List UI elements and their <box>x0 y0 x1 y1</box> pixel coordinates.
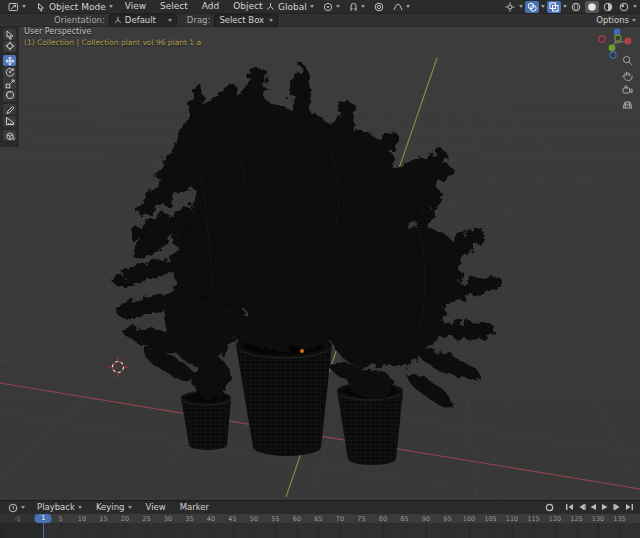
options-label: Options <box>596 15 629 25</box>
frame-tick-label: 65 <box>314 515 322 523</box>
gizmo-axis-z-pos[interactable] <box>614 29 621 36</box>
mode-label: Object Mode <box>49 2 106 12</box>
gizmo-axis-x-pos[interactable] <box>625 38 632 45</box>
timeline-menu-view[interactable]: View <box>140 501 172 514</box>
options-dropdown[interactable]: Options <box>596 14 636 26</box>
play-reverse-button[interactable] <box>588 502 598 512</box>
frame-tick-label: 25 <box>142 515 150 523</box>
orientation-global-label: Global <box>278 2 307 12</box>
chevron-down-icon <box>269 19 273 22</box>
frame-tick-label: 10 <box>78 515 86 523</box>
viewport-nav-controls <box>620 54 634 111</box>
timeline-editor-type[interactable] <box>4 502 29 513</box>
tool-expand-nub <box>12 137 15 140</box>
camera-icon <box>622 85 633 95</box>
select-box-icon <box>5 30 15 40</box>
frame-tick-label: 105 <box>484 515 496 523</box>
tool-select-box[interactable] <box>3 29 16 40</box>
chevron-down-icon[interactable] <box>633 5 637 8</box>
drag-value-dropdown[interactable]: Select Box <box>214 14 278 27</box>
playhead-line[interactable] <box>43 523 44 538</box>
show-overlays-toggle[interactable] <box>525 1 539 13</box>
frame-tick-label: 45 <box>228 515 236 523</box>
gizmo-axis-y-pos[interactable] <box>609 45 616 52</box>
gizmo-axis-z-neg[interactable] <box>610 52 616 58</box>
orientation-label: Orientation: <box>54 15 105 25</box>
show-gizmos-toggle[interactable] <box>503 1 517 13</box>
play-button[interactable] <box>600 502 610 512</box>
pivot-point-dropdown[interactable] <box>319 1 344 12</box>
tool-scale[interactable] <box>3 78 16 89</box>
tool-move[interactable] <box>3 55 16 66</box>
transform-orientation-dropdown[interactable]: Global <box>262 1 318 12</box>
zoom-button[interactable] <box>620 54 634 66</box>
timeline-menu-marker[interactable]: Marker <box>174 501 215 514</box>
auto-keying-toggle[interactable] <box>544 502 554 512</box>
gizmo-axis-x-neg[interactable] <box>599 36 605 42</box>
frame-tick-label: 100 <box>463 515 475 523</box>
editor-type-selector[interactable] <box>4 1 30 12</box>
menu-select[interactable]: Select <box>154 0 194 13</box>
transform-icon <box>5 90 15 100</box>
view-perspective-label: User Perspective <box>24 27 201 36</box>
measure-ruler-icon <box>5 116 15 126</box>
tool-cursor[interactable] <box>3 41 16 52</box>
timeline-canvas[interactable] <box>0 523 640 538</box>
menu-view[interactable]: View <box>119 0 152 13</box>
move-icon <box>5 56 15 66</box>
perspective-toggle-button[interactable] <box>620 99 634 111</box>
tool-annotate[interactable] <box>3 104 16 115</box>
tool-settings-bar: Orientation: Default Drag: Select Box <box>0 14 640 27</box>
viewport-text-overlay: User Perspective (1) Collection | Collec… <box>24 27 201 47</box>
tool-measure[interactable] <box>3 116 16 127</box>
orientation-axes-icon <box>114 16 122 24</box>
orientation-value-dropdown[interactable]: Default <box>109 14 177 27</box>
tool-add-cube[interactable] <box>3 130 16 141</box>
chevron-down-icon <box>22 5 26 8</box>
xray-toggle[interactable] <box>547 1 561 13</box>
chevron-down-icon <box>109 5 113 8</box>
mode-dropdown[interactable]: Object Mode <box>32 1 117 12</box>
object-origin-dot[interactable] <box>300 349 304 353</box>
gizmo-axis-y-neg[interactable] <box>615 35 621 41</box>
pan-button[interactable] <box>620 69 634 81</box>
chevron-down-icon[interactable] <box>519 5 523 8</box>
jump-to-start-button[interactable] <box>564 502 574 512</box>
shading-material-button[interactable] <box>601 1 615 13</box>
viewport-3d[interactable] <box>0 0 640 538</box>
chevron-down-icon <box>21 506 25 509</box>
pot-left[interactable] <box>181 391 231 450</box>
tool-transform[interactable] <box>3 90 16 101</box>
timeline-menu-playback[interactable]: Playback <box>31 501 88 514</box>
playback-label: Playback <box>37 501 75 514</box>
prev-keyframe-button[interactable] <box>576 502 586 512</box>
jump-to-end-button[interactable] <box>624 502 634 512</box>
timeline-editor: Playback Keying View Marker <box>0 500 640 538</box>
menu-add[interactable]: Add <box>196 0 225 13</box>
frame-tick-label: 50 <box>250 515 258 523</box>
frame-tick-label: 55 <box>271 515 279 523</box>
wireframe-sphere-icon <box>571 2 581 12</box>
proportional-falloff-dropdown[interactable] <box>389 1 414 12</box>
shading-solid-button[interactable] <box>585 1 599 13</box>
falloff-curve-icon <box>393 2 403 11</box>
chevron-down-icon[interactable] <box>563 5 567 8</box>
keying-label: Keying <box>96 501 125 514</box>
proportional-editing-toggle[interactable] <box>370 1 388 12</box>
camera-view-button[interactable] <box>620 84 634 96</box>
snap-magnet-toggle[interactable] <box>345 1 369 12</box>
timeline-menu-keying[interactable]: Keying <box>90 501 138 514</box>
solid-sphere-icon <box>587 2 597 12</box>
shading-wireframe-button[interactable] <box>569 1 583 13</box>
frame-tick-label: 120 <box>549 515 561 523</box>
tool-rotate[interactable] <box>3 67 16 78</box>
frame-tick-label: 80 <box>379 515 387 523</box>
timeline-header: Playback Keying View Marker <box>0 501 640 514</box>
next-keyframe-button[interactable] <box>612 502 622 512</box>
chevron-down-icon[interactable] <box>541 5 545 8</box>
editor-3d-viewport-icon <box>8 2 19 12</box>
blender-window: Object Mode View Select Add Object Globa… <box>0 0 640 538</box>
current-frame-badge[interactable]: 1 <box>35 514 52 523</box>
frame-tick-label: 70 <box>336 515 344 523</box>
shading-rendered-button[interactable] <box>617 1 631 13</box>
